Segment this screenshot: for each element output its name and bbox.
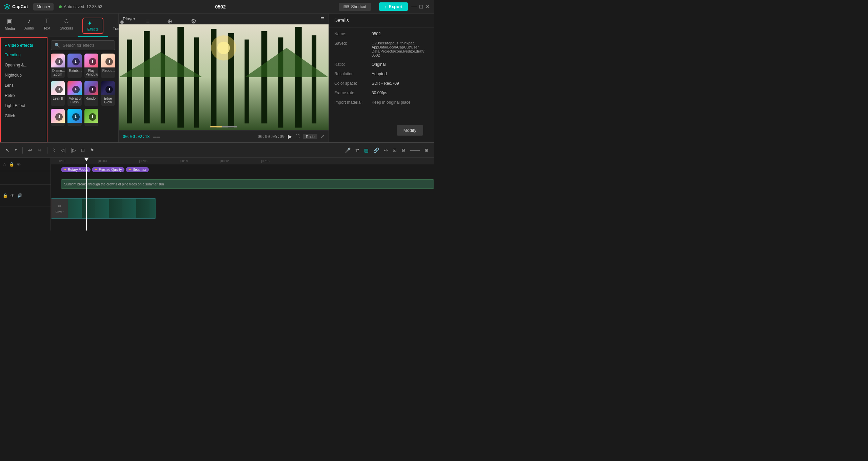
- shortcut-button[interactable]: ⌨ Shortcut: [339, 3, 371, 11]
- fullscreen-button[interactable]: ⛶: [295, 134, 300, 139]
- effect-thumb-rando-hrome: ⬇: [84, 81, 98, 95]
- download-icon[interactable]: ⬇: [72, 113, 80, 121]
- sidebar-item-opening[interactable]: Opening &...: [1, 60, 47, 70]
- video-eye-icon[interactable]: 👁: [11, 193, 15, 198]
- toolbar-tabs: ▣ Media ♪ Audio T Text ☺ Stickers ✦ Effe…: [0, 14, 118, 37]
- ratio-button[interactable]: Ratio: [303, 134, 317, 139]
- subtitle-button[interactable]: ⊡: [391, 146, 398, 154]
- play-button[interactable]: ▶: [288, 133, 292, 140]
- timeline-toolbar: ↖ ▾ ↩ ↪ ⌇ ◁| |▷ □ ⚑ 🎤 ⇄ ▤ 🔗 ⇔ ⊡ ⊖ —— ⊕: [0, 143, 434, 158]
- timeline-main: 00:00 |00:03 |00:06 |00:09 |00:12 |00:15…: [51, 158, 434, 230]
- sidebar-item-trending[interactable]: Trending: [1, 50, 47, 60]
- minimize-button[interactable]: —: [411, 3, 417, 10]
- star-icon[interactable]: ☆: [3, 162, 6, 167]
- svg-point-14: [217, 42, 230, 54]
- video-track-button[interactable]: ▤: [363, 146, 370, 154]
- tab-media[interactable]: ▣ Media: [0, 16, 20, 37]
- video-progress-bar[interactable]: [210, 126, 237, 127]
- details-header: Details: [329, 14, 434, 27]
- effect-card-vibration-flash[interactable]: ⬇ Vibration Flash: [67, 81, 81, 106]
- text-icon: T: [45, 18, 49, 25]
- tab-audio[interactable]: ♪ Audio: [20, 16, 39, 37]
- mic-button[interactable]: 🎤: [343, 146, 352, 154]
- trim-right-button[interactable]: |▷: [70, 146, 78, 154]
- app-logo: CapCut: [4, 4, 28, 10]
- effect-card-rando-hrome[interactable]: ⬇ Rando...hrome: [84, 81, 98, 106]
- tab-stickers[interactable]: ☺ Stickers: [55, 16, 78, 37]
- text-track-content: Sunlight breaks through the crowns of pi…: [64, 182, 164, 186]
- chip-betamax[interactable]: ✦ Betamax: [126, 167, 149, 172]
- tab-text[interactable]: T Text: [39, 16, 55, 37]
- effect-card-extra1[interactable]: ⬇: [51, 109, 65, 126]
- effect-thumb-edge-glow: ⬇: [101, 81, 115, 95]
- tab-effects[interactable]: ✦ Effects: [78, 16, 108, 37]
- sidebar-item-nightclub[interactable]: Nightclub: [1, 70, 47, 80]
- zoom-out-button[interactable]: ⊖: [400, 146, 407, 154]
- close-button[interactable]: ✕: [426, 3, 430, 10]
- bookmark-button[interactable]: ⚑: [88, 146, 96, 154]
- player-menu-icon[interactable]: ☰: [320, 16, 324, 21]
- split-track-button[interactable]: ⇔: [382, 146, 389, 154]
- split-button[interactable]: ⌇: [52, 146, 57, 154]
- sidebar-item-light-effect[interactable]: Light Effect: [1, 101, 47, 111]
- effect-card-edge-glow[interactable]: ⬇ Edge Glow: [101, 81, 115, 106]
- effect-card-rainb-tning[interactable]: ⬇ Rainb...tning: [67, 54, 81, 78]
- effect-card-extra3[interactable]: ⬇: [84, 109, 98, 126]
- link-button[interactable]: ⇄: [354, 146, 361, 154]
- window-controls: — □ ✕: [411, 3, 430, 10]
- effect-card-play-pendulum[interactable]: ⬇ Play Pendulum: [84, 54, 98, 78]
- redo-button[interactable]: ↪: [36, 146, 43, 154]
- player-panel: Player ☰: [119, 14, 329, 142]
- effect-card-diamo-zoom[interactable]: ⬇ Diamo... Zoom: [51, 54, 65, 78]
- download-icon[interactable]: ⬇: [89, 113, 96, 121]
- effect-card-extra2[interactable]: ⬇: [67, 109, 81, 126]
- video-track-frames: [68, 199, 156, 218]
- undo-button[interactable]: ↩: [27, 146, 34, 154]
- timeline-right-controls: 🎤 ⇄ ▤ 🔗 ⇔ ⊡ ⊖ —— ⊕: [343, 146, 430, 154]
- download-icon[interactable]: ⬇: [55, 86, 63, 93]
- effect-label-extra3: [84, 123, 98, 126]
- audio-track-button[interactable]: 🔗: [372, 146, 380, 154]
- download-icon[interactable]: ⬇: [55, 58, 63, 65]
- transitions-icon: ◈: [120, 18, 124, 25]
- download-icon[interactable]: ⬇: [72, 58, 80, 65]
- sidebar-header: ▸ Video effects: [1, 41, 47, 50]
- sidebar-item-retro[interactable]: Retro: [1, 91, 47, 101]
- lock-icon[interactable]: 🔒: [9, 162, 14, 167]
- select-tool-arrow[interactable]: ▾: [14, 146, 18, 154]
- select-tool[interactable]: ↖: [4, 146, 11, 154]
- eye-icon[interactable]: 👁: [17, 162, 21, 167]
- search-input[interactable]: [63, 43, 114, 48]
- delete-button[interactable]: □: [80, 146, 85, 154]
- svg-rect-8: [244, 40, 249, 124]
- download-icon[interactable]: ⬇: [89, 58, 96, 65]
- ruler-mark-15: |00:15: [261, 159, 270, 163]
- modify-button[interactable]: Modify: [397, 125, 423, 136]
- video-track-bar[interactable]: ✏ Cover: [51, 198, 156, 219]
- export-button[interactable]: ↑ Export: [379, 2, 408, 11]
- video-lock-icon[interactable]: 🔒: [3, 193, 8, 198]
- download-icon[interactable]: ⬇: [89, 86, 96, 93]
- sidebar-item-lens[interactable]: Lens: [1, 80, 47, 91]
- zoom-slider[interactable]: ——: [409, 146, 421, 154]
- edit-icon: ✏: [58, 203, 62, 209]
- download-icon[interactable]: ⬇: [72, 86, 80, 93]
- download-icon[interactable]: ⬇: [105, 58, 113, 65]
- audio-vol-icon[interactable]: 🔊: [17, 193, 22, 198]
- download-icon[interactable]: ⬇: [55, 113, 63, 121]
- ruler-mark-0: 00:00: [58, 159, 65, 163]
- maximize-button[interactable]: □: [419, 3, 423, 10]
- sidebar-item-glitch[interactable]: Glitch: [1, 111, 47, 121]
- expand-button[interactable]: ⤢: [321, 134, 324, 139]
- download-icon[interactable]: ⬇: [105, 86, 113, 93]
- effect-card-rebou-swing[interactable]: ⬇ Rebou...Swing: [101, 54, 115, 78]
- menu-button[interactable]: Menu ▾: [33, 3, 54, 11]
- zoom-fit-button[interactable]: ⊕: [423, 146, 430, 154]
- detail-color-space: Color space: SDR - Rec.709: [334, 81, 429, 86]
- tab-media-label: Media: [5, 26, 15, 31]
- text-track-bar[interactable]: Sunlight breaks through the crowns of pi…: [61, 179, 434, 189]
- chip-frosted-quality[interactable]: ✦ Frosted Quality: [92, 167, 124, 172]
- trim-left-button[interactable]: ◁|: [59, 146, 67, 154]
- effect-card-leak-ii[interactable]: ⬇ Leak II: [51, 81, 65, 106]
- effect-thumb-extra2: ⬇: [67, 109, 81, 123]
